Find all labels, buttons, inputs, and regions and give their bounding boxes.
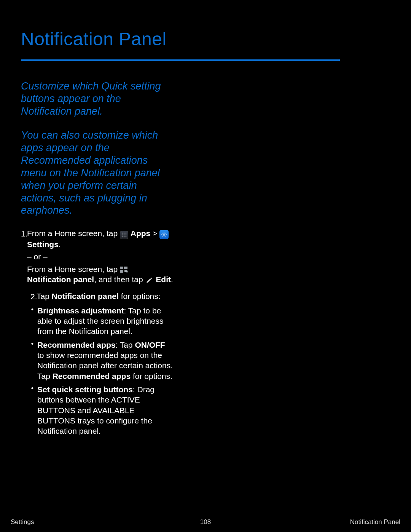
option-bullet: • [30, 384, 34, 436]
svg-point-2 [126, 233, 127, 234]
settings-gear-icon [159, 230, 169, 239]
svg-point-5 [126, 235, 127, 236]
page: Notification Panel Customize which Quick… [0, 0, 411, 532]
content-area: Notification Panel Customize which Quick… [0, 29, 411, 505]
alt-edit-label: Edit [156, 275, 171, 284]
option-recommended-desc-3: for options. [131, 372, 172, 380]
svg-point-4 [124, 235, 125, 236]
option-recommended-label: Recommended apps [37, 340, 115, 349]
step-1-number: 1. [21, 228, 25, 239]
svg-point-9 [163, 234, 165, 235]
step-1-part-a: From a Home screen, tap [27, 229, 120, 238]
option-brightness-text: Brightness adjustment: Tap to be able to… [37, 305, 173, 337]
option-recommended-desc-1: : Tap [115, 340, 135, 349]
alt-part-3: , and then tap [94, 275, 145, 284]
option-brightness-label: Brightness adjustment [37, 306, 124, 315]
step-1-settings-label: Settings [27, 240, 59, 249]
footer-page-number: 108 [200, 518, 211, 526]
option-recommended-label-2: Recommended apps [53, 372, 131, 380]
edit-pencil-icon [145, 276, 153, 284]
svg-point-7 [124, 236, 125, 238]
alt-part-5: . [171, 275, 173, 284]
step-1-part-e: . [59, 240, 61, 249]
option-recommended-apps: • Recommended apps: Tap ON/OFF to show r… [21, 340, 173, 381]
page-title: Notification Panel [21, 29, 340, 61]
svg-point-6 [122, 236, 123, 238]
step-2-notif-panel-label: Notification panel [52, 292, 119, 300]
option-bullet: • [30, 340, 34, 381]
option-quick-settings: • Set quick setting buttons: Drag button… [21, 384, 173, 436]
step-1-text: From a Home screen, tap Apps > [27, 228, 173, 284]
apps-grid-icon [120, 231, 128, 239]
notification-panel-icon [120, 266, 128, 274]
alt-part-1: From a Home screen, tap [27, 265, 120, 273]
alt-notif-panel-label: Notification panel [27, 275, 94, 284]
body-column: 1. From a Home screen, tap Apps > [21, 228, 173, 436]
page-footer: Settings 108 Notification Panel [0, 512, 411, 532]
footer-right: Notification Panel [350, 518, 400, 526]
step-1-part-c: > [153, 229, 159, 238]
option-quick-settings-label: Set quick setting buttons [37, 385, 133, 394]
step-2-number: 2. [30, 291, 34, 302]
svg-point-1 [124, 233, 125, 234]
step-2: 2. Tap Notification panel for options: [21, 289, 173, 302]
svg-point-8 [126, 236, 127, 238]
step-1-apps-label: Apps [131, 229, 151, 238]
svg-rect-11 [124, 267, 127, 269]
or-separator: – or – [27, 251, 173, 262]
option-onoff-label: ON/OFF [135, 340, 165, 349]
svg-rect-12 [120, 270, 123, 273]
intro-paragraph-1: Customize which Quick setting buttons ap… [21, 80, 173, 118]
option-quick-settings-text: Set quick setting buttons: Drag buttons … [37, 384, 173, 436]
step-2-text: Tap Notification panel for options: [37, 291, 173, 301]
svg-point-0 [122, 233, 123, 234]
intro-paragraph-2: You can also customize which apps appear… [21, 129, 173, 217]
step-2-part-a: Tap [37, 292, 52, 300]
footer-left: Settings [11, 518, 34, 526]
svg-rect-10 [120, 267, 123, 269]
svg-point-3 [122, 235, 123, 236]
option-bullet: • [30, 305, 34, 337]
option-brightness: • Brightness adjustment: Tap to be able … [21, 305, 173, 337]
step-2-part-c: for options: [119, 292, 161, 300]
option-recommended-text: Recommended apps: Tap ON/OFF to show rec… [37, 340, 173, 381]
step-1: 1. From a Home screen, tap Apps > [21, 228, 173, 284]
